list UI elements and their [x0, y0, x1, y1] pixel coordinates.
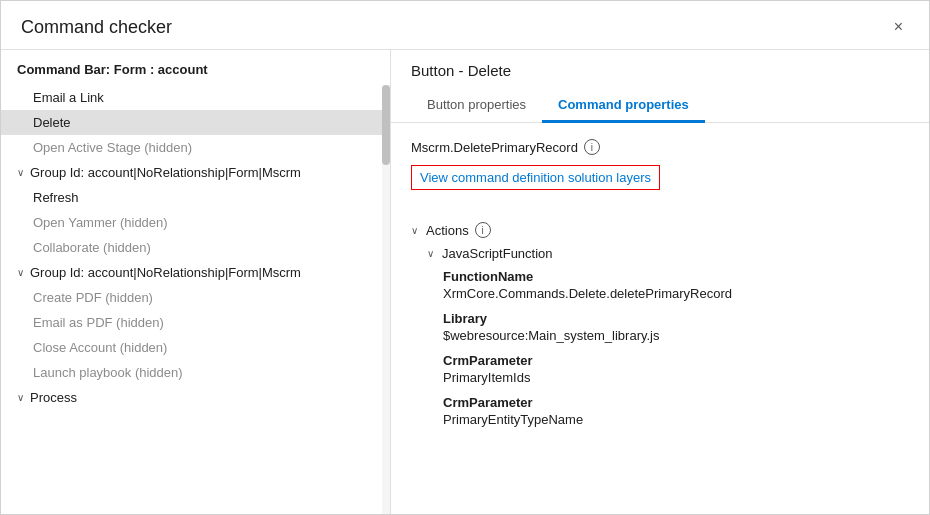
- dialog-title: Command checker: [21, 17, 172, 38]
- crm-param-2-value: PrimaryEntityTypeName: [443, 412, 909, 427]
- property-crm-param-1: CrmParameter PrimaryItemIds: [411, 353, 909, 385]
- tree-item-group-2[interactable]: ∨ Group Id: account|NoRelationship|Form|…: [1, 260, 390, 285]
- right-panel: Button - Delete Button properties Comman…: [391, 50, 929, 514]
- process-label: Process: [30, 390, 77, 405]
- tab-command-properties[interactable]: Command properties: [542, 89, 705, 123]
- chevron-down-icon: ∨: [17, 167, 24, 178]
- dialog-body: Command Bar: Form : account Email a Link…: [1, 50, 929, 514]
- tree-item-create-pdf[interactable]: Create PDF (hidden): [1, 285, 390, 310]
- js-function-header: ∨ JavaScriptFunction: [411, 246, 909, 261]
- yammer-label: Open Yammer (hidden): [33, 215, 168, 230]
- email-link-label: Email a Link: [33, 90, 104, 105]
- collaborate-label: Collaborate (hidden): [33, 240, 151, 255]
- command-checker-dialog: Command checker × Command Bar: Form : ac…: [0, 0, 930, 515]
- tree-item-collaborate[interactable]: Collaborate (hidden): [1, 235, 390, 260]
- js-function-label: JavaScriptFunction: [442, 246, 553, 261]
- command-name: Mscrm.DeletePrimaryRecord: [411, 140, 578, 155]
- tree-item-process[interactable]: ∨ Process: [1, 385, 390, 410]
- library-value: $webresource:Main_system_library.js: [443, 328, 909, 343]
- crm-param-1-label: CrmParameter: [443, 353, 909, 368]
- tree-item-group-1[interactable]: ∨ Group Id: account|NoRelationship|Form|…: [1, 160, 390, 185]
- close-account-label: Close Account (hidden): [33, 340, 167, 355]
- tree-item-yammer[interactable]: Open Yammer (hidden): [1, 210, 390, 235]
- crm-param-1-value: PrimaryItemIds: [443, 370, 909, 385]
- property-library: Library $webresource:Main_system_library…: [411, 311, 909, 343]
- right-panel-header: Button - Delete Button properties Comman…: [391, 50, 929, 123]
- library-label: Library: [443, 311, 909, 326]
- tabs-container: Button properties Command properties: [411, 89, 909, 122]
- actions-info-icon[interactable]: i: [475, 222, 491, 238]
- property-crm-param-2: CrmParameter PrimaryEntityTypeName: [411, 395, 909, 427]
- js-chevron-icon: ∨: [427, 248, 434, 259]
- dialog-header: Command checker ×: [1, 1, 929, 50]
- launch-playbook-label: Launch playbook (hidden): [33, 365, 183, 380]
- tab-button-properties[interactable]: Button properties: [411, 89, 542, 123]
- command-info-icon[interactable]: i: [584, 139, 600, 155]
- tree-item-email-pdf[interactable]: Email as PDF (hidden): [1, 310, 390, 335]
- right-panel-content: Mscrm.DeletePrimaryRecord i View command…: [391, 123, 929, 514]
- open-active-label: Open Active Stage (hidden): [33, 140, 192, 155]
- tree-item-delete[interactable]: Delete: [1, 110, 390, 135]
- delete-label: Delete: [33, 115, 71, 130]
- chevron-down-icon-2: ∨: [17, 267, 24, 278]
- tree-item-refresh[interactable]: Refresh: [1, 185, 390, 210]
- actions-section-header: ∨ Actions i: [411, 222, 909, 238]
- function-name-label: FunctionName: [443, 269, 909, 284]
- tree-item-close-account[interactable]: Close Account (hidden): [1, 335, 390, 360]
- tree-item-open-active[interactable]: Open Active Stage (hidden): [1, 135, 390, 160]
- group1-label: Group Id: account|NoRelationship|Form|Ms…: [30, 165, 301, 180]
- close-button[interactable]: ×: [888, 15, 909, 39]
- view-command-link[interactable]: View command definition solution layers: [411, 165, 660, 190]
- panel-subtitle: Button - Delete: [411, 62, 909, 79]
- group2-label: Group Id: account|NoRelationship|Form|Ms…: [30, 265, 301, 280]
- tree-item-email-link[interactable]: Email a Link: [1, 85, 390, 110]
- left-panel-header: Command Bar: Form : account: [1, 50, 390, 85]
- left-panel: Command Bar: Form : account Email a Link…: [1, 50, 391, 514]
- property-function-name: FunctionName XrmCore.Commands.Delete.del…: [411, 269, 909, 301]
- scrollbar-track: [382, 85, 390, 514]
- email-pdf-label: Email as PDF (hidden): [33, 315, 164, 330]
- tree-container[interactable]: Email a Link Delete Open Active Stage (h…: [1, 85, 390, 514]
- refresh-label: Refresh: [33, 190, 79, 205]
- scrollbar-thumb[interactable]: [382, 85, 390, 165]
- tree-item-launch-playbook[interactable]: Launch playbook (hidden): [1, 360, 390, 385]
- actions-chevron-icon: ∨: [411, 225, 418, 236]
- crm-param-2-label: CrmParameter: [443, 395, 909, 410]
- chevron-down-icon-3: ∨: [17, 392, 24, 403]
- command-name-row: Mscrm.DeletePrimaryRecord i: [411, 139, 909, 155]
- create-pdf-label: Create PDF (hidden): [33, 290, 153, 305]
- function-name-value: XrmCore.Commands.Delete.deletePrimaryRec…: [443, 286, 909, 301]
- actions-label: Actions: [426, 223, 469, 238]
